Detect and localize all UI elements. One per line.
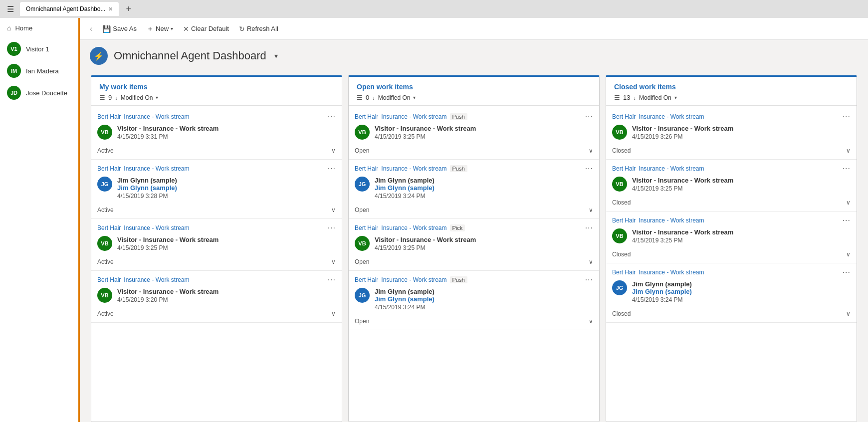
item-more-icon[interactable]: ··· (328, 224, 336, 232)
item-more-icon[interactable]: ··· (328, 165, 336, 173)
page-title-chevron-icon[interactable]: ▾ (274, 52, 278, 60)
item-stream[interactable]: Insurance - Work stream (124, 165, 189, 172)
work-item[interactable]: Bert Hair Insurance - Work stream ··· VB… (91, 108, 342, 160)
item-footer: Active ∨ (97, 204, 336, 213)
item-more-icon[interactable]: ··· (585, 113, 593, 121)
item-agent[interactable]: Bert Hair (355, 276, 378, 283)
work-item[interactable]: Bert Hair Insurance - Work stream ··· JG… (91, 160, 342, 219)
expand-icon[interactable]: ∨ (331, 310, 336, 317)
item-agent[interactable]: Bert Hair (355, 224, 378, 231)
expand-icon[interactable]: ∨ (846, 199, 851, 206)
item-stream[interactable]: Insurance - Work stream (124, 224, 189, 231)
item-stream[interactable]: Insurance - Work stream (381, 276, 446, 283)
work-item[interactable]: Bert Hair Insurance - Work stream Push ·… (349, 108, 599, 160)
new-button[interactable]: ＋ New ▾ (143, 22, 177, 36)
expand-icon[interactable]: ∨ (589, 147, 593, 154)
item-subname-link[interactable]: Jim Glynn (sample) (632, 288, 692, 295)
item-more-icon[interactable]: ··· (328, 276, 336, 284)
expand-icon[interactable]: ∨ (589, 318, 593, 325)
kanban-column-closed-work-items: Closed work items ☰ 13 ↓ Modified On ▾ B… (606, 75, 857, 422)
item-stream[interactable]: Insurance - Work stream (124, 276, 189, 283)
item-agent[interactable]: Bert Hair (355, 113, 378, 120)
work-item[interactable]: Bert Hair Insurance - Work stream ··· JG… (606, 263, 857, 323)
item-agent[interactable]: Bert Hair (612, 113, 636, 120)
item-more-icon[interactable]: ··· (843, 268, 851, 276)
item-agent[interactable]: Bert Hair (612, 217, 636, 224)
item-more-icon[interactable]: ··· (328, 113, 336, 121)
work-item[interactable]: Bert Hair Insurance - Work stream Pick ·… (349, 219, 599, 271)
item-stream[interactable]: Insurance - Work stream (124, 113, 189, 120)
work-item[interactable]: Bert Hair Insurance - Work stream Push ·… (349, 160, 599, 219)
sort-arrow-icon[interactable]: ▾ (156, 95, 158, 100)
browser-tab[interactable]: Omnichannel Agent Dashbo... ✕ (20, 2, 119, 16)
item-more-icon[interactable]: ··· (585, 224, 593, 232)
work-item[interactable]: Bert Hair Insurance - Work stream ··· VB… (606, 160, 857, 211)
item-agent[interactable]: Bert Hair (612, 269, 636, 276)
work-item[interactable]: Bert Hair Insurance - Work stream ··· VB… (606, 108, 857, 160)
work-item[interactable]: Bert Hair Insurance - Work stream Push ·… (349, 271, 599, 330)
expand-icon[interactable]: ∨ (846, 147, 851, 154)
item-tags: Bert Hair Insurance - Work stream Push (355, 113, 467, 120)
tab-close-icon[interactable]: ✕ (108, 6, 113, 12)
item-agent[interactable]: Bert Hair (97, 113, 121, 120)
item-stream[interactable]: Insurance - Work stream (639, 165, 704, 172)
clear-default-button[interactable]: ✕ Clear Default (179, 22, 233, 35)
item-agent[interactable]: Bert Hair (355, 165, 378, 172)
work-item[interactable]: Bert Hair Insurance - Work stream ··· VB… (606, 211, 857, 263)
item-stream[interactable]: Insurance - Work stream (381, 165, 446, 172)
item-stream[interactable]: Insurance - Work stream (639, 269, 704, 276)
expand-icon[interactable]: ∨ (589, 207, 593, 213)
item-agent[interactable]: Bert Hair (97, 165, 121, 172)
item-stream[interactable]: Insurance - Work stream (381, 224, 446, 231)
item-agent[interactable]: Bert Hair (97, 276, 121, 283)
refresh-all-button[interactable]: ↻ Refresh All (235, 22, 282, 35)
item-subname-link[interactable]: Jim Glynn (sample) (117, 184, 177, 192)
item-subname-link[interactable]: Jim Glynn (sample) (375, 295, 434, 303)
item-stream[interactable]: Insurance - Work stream (381, 113, 446, 120)
item-badge: Push (450, 276, 467, 283)
column-controls-closed-work-items: ☰ 13 ↓ Modified On ▾ (614, 94, 849, 101)
sidebar-user-im[interactable]: IM Ian Madera (0, 60, 78, 82)
item-more-icon[interactable]: ··· (843, 216, 851, 224)
sidebar-user-v1[interactable]: V1 Visitor 1 (0, 38, 78, 60)
item-status: Active (97, 207, 114, 213)
expand-icon[interactable]: ∨ (589, 258, 593, 265)
expand-icon[interactable]: ∨ (846, 251, 851, 258)
work-item[interactable]: Bert Hair Insurance - Work stream ··· VB… (91, 219, 342, 271)
content-area: ‹ 💾 Save As ＋ New ▾ ✕ Clear Default ↻ Re… (80, 18, 868, 422)
item-date: 4/15/2019 3:25 PM (632, 185, 851, 192)
sidebar-item-home[interactable]: ⌂ Home (0, 18, 78, 38)
item-name: Visitor - Insurance - Work stream (117, 236, 336, 243)
item-agent[interactable]: Bert Hair (612, 165, 636, 172)
item-more-icon[interactable]: ··· (585, 276, 593, 284)
column-title-closed-work-items: Closed work items (614, 83, 849, 91)
sidebar-user-jd[interactable]: JD Jose Doucette (0, 82, 78, 104)
item-subname-link[interactable]: Jim Glynn (sample) (375, 184, 434, 192)
sort-arrow-icon[interactable]: ▾ (413, 95, 416, 100)
expand-icon[interactable]: ∨ (331, 258, 336, 265)
expand-icon[interactable]: ∨ (846, 310, 851, 317)
item-date: 4/15/2019 3:25 PM (375, 244, 593, 251)
hamburger-icon[interactable]: ☰ (5, 4, 16, 14)
item-stream[interactable]: Insurance - Work stream (639, 113, 704, 120)
save-as-button[interactable]: 💾 Save As (98, 22, 141, 35)
back-button[interactable]: ‹ (86, 22, 96, 35)
item-agent[interactable]: Bert Hair (97, 224, 121, 231)
item-stream[interactable]: Insurance - Work stream (639, 217, 704, 224)
page-title: Omnichannel Agent Dashboard (114, 49, 266, 62)
tab-add-button[interactable]: + (123, 4, 134, 14)
expand-icon[interactable]: ∨ (331, 207, 336, 213)
item-more-icon[interactable]: ··· (585, 165, 593, 173)
item-footer: Closed ∨ (612, 248, 851, 258)
item-status: Closed (612, 310, 631, 317)
item-tags: Bert Hair Insurance - Work stream Push (355, 165, 467, 172)
column-items-open-work-items: Bert Hair Insurance - Work stream Push ·… (349, 106, 599, 422)
home-label: Home (15, 24, 32, 32)
sort-arrow-icon[interactable]: ▾ (674, 95, 677, 100)
work-item[interactable]: Bert Hair Insurance - Work stream ··· VB… (91, 271, 342, 323)
item-more-icon[interactable]: ··· (843, 165, 851, 173)
item-header: Bert Hair Insurance - Work stream ··· (612, 268, 851, 276)
expand-icon[interactable]: ∨ (331, 147, 336, 154)
item-more-icon[interactable]: ··· (843, 113, 851, 121)
item-badge: Push (450, 113, 467, 120)
